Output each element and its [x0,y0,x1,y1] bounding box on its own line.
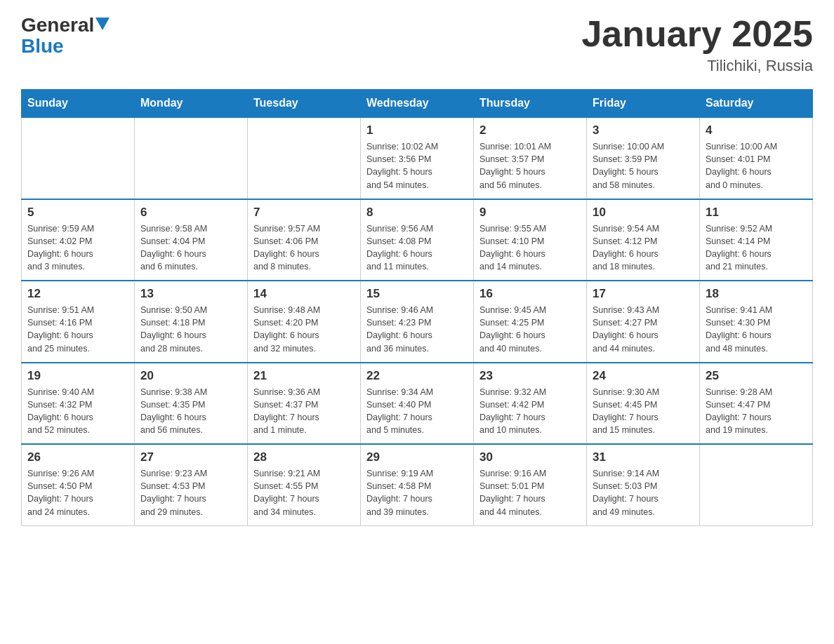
day-info: Sunrise: 9:48 AM Sunset: 4:20 PM Dayligh… [253,304,355,355]
day-info: Sunrise: 10:01 AM Sunset: 3:57 PM Daylig… [479,140,581,192]
calendar-cell [248,117,361,199]
day-number: 23 [479,369,581,383]
calendar-cell: 26Sunrise: 9:26 AM Sunset: 4:50 PM Dayli… [22,444,135,525]
day-info: Sunrise: 10:00 AM Sunset: 3:59 PM Daylig… [593,140,694,192]
day-info: Sunrise: 9:59 AM Sunset: 4:02 PM Dayligh… [27,222,128,274]
day-info: Sunrise: 9:16 AM Sunset: 5:01 PM Dayligh… [479,467,581,518]
day-info: Sunrise: 10:00 AM Sunset: 4:01 PM Daylig… [706,140,807,192]
day-number: 10 [593,206,694,220]
calendar-cell: 2Sunrise: 10:01 AM Sunset: 3:57 PM Dayli… [474,117,587,199]
day-number: 29 [366,450,468,464]
calendar-cell: 29Sunrise: 9:19 AM Sunset: 4:58 PM Dayli… [361,444,474,525]
day-number: 13 [140,287,241,301]
calendar-cell: 23Sunrise: 9:32 AM Sunset: 4:42 PM Dayli… [474,363,587,445]
calendar-cell: 10Sunrise: 9:54 AM Sunset: 4:12 PM Dayli… [587,199,700,281]
calendar-cell: 5Sunrise: 9:59 AM Sunset: 4:02 PM Daylig… [22,199,135,281]
day-info: Sunrise: 9:51 AM Sunset: 4:16 PM Dayligh… [27,304,128,355]
day-info: Sunrise: 9:38 AM Sunset: 4:35 PM Dayligh… [140,386,241,437]
calendar-cell: 18Sunrise: 9:41 AM Sunset: 4:30 PM Dayli… [700,281,813,363]
calendar-cell: 27Sunrise: 9:23 AM Sunset: 4:53 PM Dayli… [135,444,248,525]
calendar-cell: 22Sunrise: 9:34 AM Sunset: 4:40 PM Dayli… [361,363,474,445]
calendar-cell: 11Sunrise: 9:52 AM Sunset: 4:14 PM Dayli… [700,199,813,281]
day-info: Sunrise: 9:30 AM Sunset: 4:45 PM Dayligh… [593,386,694,437]
col-sunday: Sunday [22,90,135,118]
col-saturday: Saturday [700,90,813,118]
logo-text-general: General [21,14,94,36]
day-info: Sunrise: 9:34 AM Sunset: 4:40 PM Dayligh… [366,386,468,437]
day-info: Sunrise: 9:46 AM Sunset: 4:23 PM Dayligh… [366,304,468,355]
day-info: Sunrise: 9:23 AM Sunset: 4:53 PM Dayligh… [140,467,241,518]
day-number: 22 [366,369,468,383]
day-info: Sunrise: 9:58 AM Sunset: 4:04 PM Dayligh… [140,222,241,274]
title-block: January 2025 Tilichiki, Russia [581,14,813,75]
day-info: Sunrise: 9:54 AM Sunset: 4:12 PM Dayligh… [593,222,694,274]
calendar-cell: 1Sunrise: 10:02 AM Sunset: 3:56 PM Dayli… [361,117,474,199]
week-row-4: 19Sunrise: 9:40 AM Sunset: 4:32 PM Dayli… [22,363,813,445]
day-info: Sunrise: 9:32 AM Sunset: 4:42 PM Dayligh… [479,386,581,437]
day-info: Sunrise: 9:36 AM Sunset: 4:37 PM Dayligh… [253,386,355,437]
logo: General Blue [21,14,110,58]
calendar-cell: 21Sunrise: 9:36 AM Sunset: 4:37 PM Dayli… [248,363,361,445]
calendar-cell: 7Sunrise: 9:57 AM Sunset: 4:06 PM Daylig… [248,199,361,281]
week-row-1: 1Sunrise: 10:02 AM Sunset: 3:56 PM Dayli… [22,117,813,199]
week-row-3: 12Sunrise: 9:51 AM Sunset: 4:16 PM Dayli… [22,281,813,363]
day-number: 17 [593,287,694,301]
day-number: 31 [593,450,694,464]
col-thursday: Thursday [474,90,587,118]
day-info: Sunrise: 9:21 AM Sunset: 4:55 PM Dayligh… [253,467,355,518]
day-number: 1 [366,123,468,137]
calendar-cell: 20Sunrise: 9:38 AM Sunset: 4:35 PM Dayli… [135,363,248,445]
calendar-cell: 16Sunrise: 9:45 AM Sunset: 4:25 PM Dayli… [474,281,587,363]
col-tuesday: Tuesday [248,90,361,118]
logo-text-blue: Blue [21,35,110,58]
day-info: Sunrise: 9:14 AM Sunset: 5:03 PM Dayligh… [593,467,694,518]
calendar-cell: 15Sunrise: 9:46 AM Sunset: 4:23 PM Dayli… [361,281,474,363]
day-number: 26 [27,450,128,464]
calendar-cell: 12Sunrise: 9:51 AM Sunset: 4:16 PM Dayli… [22,281,135,363]
day-info: Sunrise: 9:57 AM Sunset: 4:06 PM Dayligh… [253,222,355,274]
day-number: 25 [706,369,807,383]
day-info: Sunrise: 9:40 AM Sunset: 4:32 PM Dayligh… [27,386,128,437]
calendar-header-row: Sunday Monday Tuesday Wednesday Thursday… [22,90,813,118]
day-info: Sunrise: 9:19 AM Sunset: 4:58 PM Dayligh… [366,467,468,518]
day-number: 19 [27,369,128,383]
calendar-cell: 6Sunrise: 9:58 AM Sunset: 4:04 PM Daylig… [135,199,248,281]
calendar-cell: 17Sunrise: 9:43 AM Sunset: 4:27 PM Dayli… [587,281,700,363]
day-number: 7 [253,206,355,220]
day-info: Sunrise: 9:41 AM Sunset: 4:30 PM Dayligh… [706,304,807,355]
day-number: 16 [479,287,581,301]
day-number: 4 [706,123,807,137]
day-number: 14 [253,287,355,301]
day-number: 8 [366,206,468,220]
day-number: 15 [366,287,468,301]
day-number: 2 [479,123,581,137]
calendar-title: January 2025 [581,14,813,54]
day-number: 9 [479,206,581,220]
calendar-cell: 24Sunrise: 9:30 AM Sunset: 4:45 PM Dayli… [587,363,700,445]
day-number: 18 [706,287,807,301]
day-number: 3 [593,123,694,137]
calendar-cell: 31Sunrise: 9:14 AM Sunset: 5:03 PM Dayli… [587,444,700,525]
col-friday: Friday [587,90,700,118]
col-monday: Monday [135,90,248,118]
day-info: Sunrise: 9:52 AM Sunset: 4:14 PM Dayligh… [706,222,807,274]
calendar-cell [700,444,813,525]
day-number: 21 [253,369,355,383]
calendar-cell: 14Sunrise: 9:48 AM Sunset: 4:20 PM Dayli… [248,281,361,363]
calendar-cell: 4Sunrise: 10:00 AM Sunset: 4:01 PM Dayli… [700,117,813,199]
day-info: Sunrise: 9:55 AM Sunset: 4:10 PM Dayligh… [479,222,581,274]
day-info: Sunrise: 9:45 AM Sunset: 4:25 PM Dayligh… [479,304,581,355]
day-number: 12 [27,287,128,301]
calendar-cell: 28Sunrise: 9:21 AM Sunset: 4:55 PM Dayli… [248,444,361,525]
day-number: 30 [479,450,581,464]
day-number: 6 [140,206,241,220]
calendar-cell: 19Sunrise: 9:40 AM Sunset: 4:32 PM Dayli… [22,363,135,445]
calendar-subtitle: Tilichiki, Russia [581,57,813,75]
calendar-cell: 9Sunrise: 9:55 AM Sunset: 4:10 PM Daylig… [474,199,587,281]
day-info: Sunrise: 9:50 AM Sunset: 4:18 PM Dayligh… [140,304,241,355]
day-number: 24 [593,369,694,383]
logo-triangle-icon [95,18,110,30]
day-info: Sunrise: 9:56 AM Sunset: 4:08 PM Dayligh… [366,222,468,274]
week-row-2: 5Sunrise: 9:59 AM Sunset: 4:02 PM Daylig… [22,199,813,281]
page-header: General Blue January 2025 Tilichiki, Rus… [21,14,813,75]
